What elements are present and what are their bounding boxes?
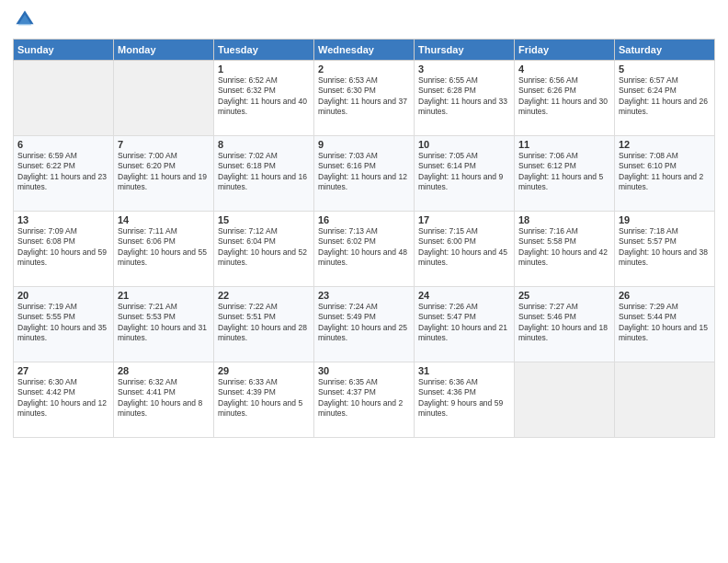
calendar-day-cell: 29Sunrise: 6:33 AM Sunset: 4:39 PM Dayli… bbox=[214, 362, 314, 438]
day-info: Sunrise: 7:08 AM Sunset: 6:10 PM Dayligh… bbox=[619, 151, 711, 193]
calendar-day-cell bbox=[515, 362, 615, 438]
calendar-day-cell: 12Sunrise: 7:08 AM Sunset: 6:10 PM Dayli… bbox=[615, 136, 715, 212]
day-number: 9 bbox=[318, 139, 410, 150]
day-number: 16 bbox=[318, 214, 410, 225]
weekday-header-cell: Wednesday bbox=[314, 40, 415, 61]
day-info: Sunrise: 7:19 AM Sunset: 5:55 PM Dayligh… bbox=[17, 302, 109, 344]
day-number: 1 bbox=[218, 63, 310, 75]
day-number: 7 bbox=[118, 139, 210, 150]
day-info: Sunrise: 7:21 AM Sunset: 5:53 PM Dayligh… bbox=[118, 302, 210, 344]
day-info: Sunrise: 7:06 AM Sunset: 6:12 PM Dayligh… bbox=[518, 151, 610, 193]
day-number: 13 bbox=[17, 214, 109, 225]
calendar-day-cell: 23Sunrise: 7:24 AM Sunset: 5:49 PM Dayli… bbox=[314, 287, 415, 362]
day-number: 17 bbox=[418, 214, 510, 225]
calendar-day-cell: 4Sunrise: 6:56 AM Sunset: 6:26 PM Daylig… bbox=[515, 61, 615, 136]
day-info: Sunrise: 7:18 AM Sunset: 5:57 PM Dayligh… bbox=[619, 226, 711, 269]
day-number: 6 bbox=[17, 139, 109, 150]
calendar-day-cell: 19Sunrise: 7:18 AM Sunset: 5:57 PM Dayli… bbox=[615, 212, 715, 287]
weekday-header-cell: Thursday bbox=[415, 40, 515, 61]
calendar-day-cell: 27Sunrise: 6:30 AM Sunset: 4:42 PM Dayli… bbox=[14, 362, 114, 438]
calendar-day-cell: 30Sunrise: 6:35 AM Sunset: 4:37 PM Dayli… bbox=[314, 362, 415, 438]
day-info: Sunrise: 6:56 AM Sunset: 6:26 PM Dayligh… bbox=[518, 75, 610, 118]
day-number: 24 bbox=[418, 290, 510, 301]
day-info: Sunrise: 7:15 AM Sunset: 6:00 PM Dayligh… bbox=[418, 226, 510, 269]
calendar-day-cell: 7Sunrise: 7:00 AM Sunset: 6:20 PM Daylig… bbox=[114, 136, 214, 212]
calendar-week-row: 20Sunrise: 7:19 AM Sunset: 5:55 PM Dayli… bbox=[14, 287, 715, 362]
calendar-day-cell: 25Sunrise: 7:27 AM Sunset: 5:46 PM Dayli… bbox=[515, 287, 615, 362]
calendar-week-row: 13Sunrise: 7:09 AM Sunset: 6:08 PM Dayli… bbox=[14, 212, 715, 287]
calendar-week-row: 6Sunrise: 6:59 AM Sunset: 6:22 PM Daylig… bbox=[14, 136, 715, 212]
weekday-header-cell: Tuesday bbox=[214, 40, 314, 61]
weekday-header-cell: Monday bbox=[114, 40, 214, 61]
logo-icon bbox=[15, 9, 35, 29]
day-number: 27 bbox=[17, 365, 109, 376]
calendar-body: 1Sunrise: 6:52 AM Sunset: 6:32 PM Daylig… bbox=[14, 61, 715, 438]
calendar-day-cell: 9Sunrise: 7:03 AM Sunset: 6:16 PM Daylig… bbox=[314, 136, 415, 212]
calendar-day-cell: 10Sunrise: 7:05 AM Sunset: 6:14 PM Dayli… bbox=[415, 136, 515, 212]
day-number: 11 bbox=[518, 139, 610, 150]
day-number: 22 bbox=[218, 290, 310, 301]
day-info: Sunrise: 7:13 AM Sunset: 6:02 PM Dayligh… bbox=[318, 226, 410, 269]
day-number: 21 bbox=[118, 290, 210, 301]
day-info: Sunrise: 6:30 AM Sunset: 4:42 PM Dayligh… bbox=[17, 377, 109, 419]
weekday-header-cell: Saturday bbox=[615, 40, 715, 61]
day-info: Sunrise: 6:55 AM Sunset: 6:28 PM Dayligh… bbox=[418, 75, 510, 118]
logo bbox=[13, 9, 37, 33]
calendar-day-cell: 16Sunrise: 7:13 AM Sunset: 6:02 PM Dayli… bbox=[314, 212, 415, 287]
calendar-day-cell: 31Sunrise: 6:36 AM Sunset: 4:36 PM Dayli… bbox=[415, 362, 515, 438]
calendar-day-cell: 26Sunrise: 7:29 AM Sunset: 5:44 PM Dayli… bbox=[615, 287, 715, 362]
day-number: 25 bbox=[518, 290, 610, 301]
page-header bbox=[13, 9, 715, 33]
day-info: Sunrise: 7:02 AM Sunset: 6:18 PM Dayligh… bbox=[218, 151, 310, 193]
day-info: Sunrise: 7:27 AM Sunset: 5:46 PM Dayligh… bbox=[518, 302, 610, 344]
calendar-day-cell: 22Sunrise: 7:22 AM Sunset: 5:51 PM Dayli… bbox=[214, 287, 314, 362]
weekday-header-row: SundayMondayTuesdayWednesdayThursdayFrid… bbox=[14, 40, 715, 61]
calendar-day-cell: 3Sunrise: 6:55 AM Sunset: 6:28 PM Daylig… bbox=[415, 61, 515, 136]
day-number: 4 bbox=[518, 63, 610, 75]
calendar-day-cell: 2Sunrise: 6:53 AM Sunset: 6:30 PM Daylig… bbox=[314, 61, 415, 136]
calendar-day-cell: 14Sunrise: 7:11 AM Sunset: 6:06 PM Dayli… bbox=[114, 212, 214, 287]
day-number: 8 bbox=[218, 139, 310, 150]
calendar-day-cell: 8Sunrise: 7:02 AM Sunset: 6:18 PM Daylig… bbox=[214, 136, 314, 212]
day-number: 5 bbox=[619, 63, 711, 75]
day-info: Sunrise: 7:16 AM Sunset: 5:58 PM Dayligh… bbox=[518, 226, 610, 269]
day-info: Sunrise: 6:32 AM Sunset: 4:41 PM Dayligh… bbox=[118, 377, 210, 419]
calendar-week-row: 1Sunrise: 6:52 AM Sunset: 6:32 PM Daylig… bbox=[14, 61, 715, 136]
calendar-day-cell: 5Sunrise: 6:57 AM Sunset: 6:24 PM Daylig… bbox=[615, 61, 715, 136]
day-number: 15 bbox=[218, 214, 310, 225]
day-number: 19 bbox=[619, 214, 711, 225]
day-info: Sunrise: 7:26 AM Sunset: 5:47 PM Dayligh… bbox=[418, 302, 510, 344]
day-info: Sunrise: 7:00 AM Sunset: 6:20 PM Dayligh… bbox=[118, 151, 210, 193]
day-info: Sunrise: 6:35 AM Sunset: 4:37 PM Dayligh… bbox=[318, 377, 410, 419]
calendar-day-cell: 11Sunrise: 7:06 AM Sunset: 6:12 PM Dayli… bbox=[515, 136, 615, 212]
calendar-day-cell: 15Sunrise: 7:12 AM Sunset: 6:04 PM Dayli… bbox=[214, 212, 314, 287]
day-info: Sunrise: 6:57 AM Sunset: 6:24 PM Dayligh… bbox=[619, 75, 711, 118]
day-info: Sunrise: 7:29 AM Sunset: 5:44 PM Dayligh… bbox=[619, 302, 711, 344]
calendar-day-cell: 24Sunrise: 7:26 AM Sunset: 5:47 PM Dayli… bbox=[415, 287, 515, 362]
day-number: 20 bbox=[17, 290, 109, 301]
calendar-day-cell: 18Sunrise: 7:16 AM Sunset: 5:58 PM Dayli… bbox=[515, 212, 615, 287]
day-number: 14 bbox=[118, 214, 210, 225]
day-number: 10 bbox=[418, 139, 510, 150]
day-info: Sunrise: 7:11 AM Sunset: 6:06 PM Dayligh… bbox=[118, 226, 210, 269]
day-number: 31 bbox=[418, 365, 510, 376]
day-info: Sunrise: 7:03 AM Sunset: 6:16 PM Dayligh… bbox=[318, 151, 410, 193]
calendar-table: SundayMondayTuesdayWednesdayThursdayFrid… bbox=[13, 39, 715, 438]
day-number: 2 bbox=[318, 63, 410, 75]
calendar-day-cell bbox=[615, 362, 715, 438]
day-number: 23 bbox=[318, 290, 410, 301]
weekday-header-cell: Sunday bbox=[14, 40, 114, 61]
day-info: Sunrise: 6:59 AM Sunset: 6:22 PM Dayligh… bbox=[17, 151, 109, 193]
calendar-day-cell: 20Sunrise: 7:19 AM Sunset: 5:55 PM Dayli… bbox=[14, 287, 114, 362]
day-info: Sunrise: 7:22 AM Sunset: 5:51 PM Dayligh… bbox=[218, 302, 310, 344]
day-info: Sunrise: 6:36 AM Sunset: 4:36 PM Dayligh… bbox=[418, 377, 510, 419]
day-info: Sunrise: 6:52 AM Sunset: 6:32 PM Dayligh… bbox=[218, 75, 310, 118]
day-number: 26 bbox=[619, 290, 711, 301]
calendar-day-cell: 28Sunrise: 6:32 AM Sunset: 4:41 PM Dayli… bbox=[114, 362, 214, 438]
day-info: Sunrise: 7:09 AM Sunset: 6:08 PM Dayligh… bbox=[17, 226, 109, 269]
calendar-day-cell bbox=[14, 61, 114, 136]
day-info: Sunrise: 7:12 AM Sunset: 6:04 PM Dayligh… bbox=[218, 226, 310, 269]
day-info: Sunrise: 7:05 AM Sunset: 6:14 PM Dayligh… bbox=[418, 151, 510, 193]
day-number: 30 bbox=[318, 365, 410, 376]
day-info: Sunrise: 7:24 AM Sunset: 5:49 PM Dayligh… bbox=[318, 302, 410, 344]
